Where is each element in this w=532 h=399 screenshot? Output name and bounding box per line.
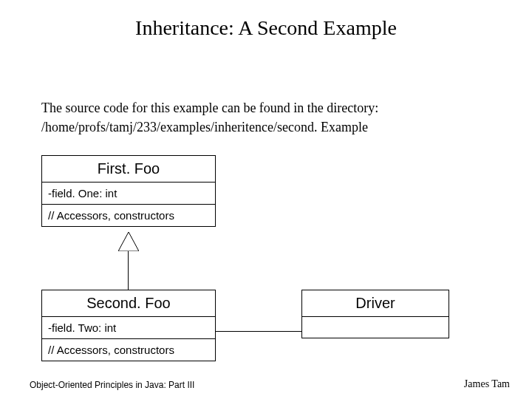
uml-class-secondfoo: Second. Foo -field. Two: int // Accessor…	[41, 290, 216, 361]
uml-class-driver: Driver	[301, 290, 449, 338]
footer-left: Object-Oriented Principles in Java: Part…	[30, 380, 194, 390]
footer-right: James Tam	[464, 378, 510, 390]
svg-marker-0	[118, 232, 139, 251]
uml-class-name: Driver	[302, 290, 449, 317]
association-line	[216, 331, 301, 332]
uml-class-name: Second. Foo	[42, 290, 215, 317]
uml-class-firstfoo: First. Foo -field. One: int // Accessors…	[41, 155, 216, 227]
intro-text-line-2: /home/profs/tamj/233/examples/inheritenc…	[41, 120, 368, 135]
intro-text-line-1: The source code for this example can be …	[41, 100, 378, 116]
uml-class-body-empty	[302, 317, 449, 338]
uml-class-operations: // Accessors, constructors	[42, 339, 215, 361]
uml-class-name: First. Foo	[42, 156, 215, 183]
inheritance-line	[128, 251, 129, 290]
slide-title: Inheritance: A Second Example	[0, 16, 532, 40]
uml-class-attributes: -field. One: int	[42, 183, 215, 205]
uml-class-operations: // Accessors, constructors	[42, 205, 215, 226]
uml-class-attributes: -field. Two: int	[42, 317, 215, 339]
